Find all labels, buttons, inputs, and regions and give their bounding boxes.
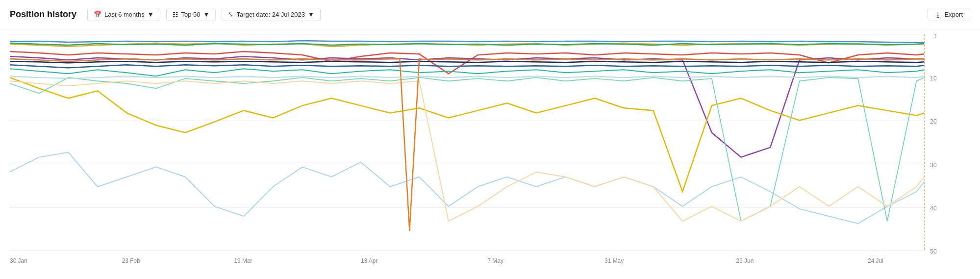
- y-label-30: 30: [930, 162, 937, 169]
- y-label-40: 40: [930, 205, 937, 212]
- calendar-icon: 📅: [94, 11, 101, 18]
- line-light-orange: [10, 81, 924, 221]
- x-label-jan30: 30 Jan: [10, 257, 27, 264]
- line-teal: [10, 69, 924, 76]
- page-title: Position history: [10, 9, 76, 20]
- download-icon: ⭳: [935, 11, 941, 18]
- y-label-20: 20: [930, 118, 937, 125]
- x-label-feb23: 23 Feb: [122, 257, 140, 264]
- line-dark-blue: [10, 65, 924, 68]
- x-label-jun29: 29 Jun: [736, 257, 754, 264]
- position-chart: 1 10 20 30 40 50 30 Jan 23 Feb 19 Mar 13…: [10, 34, 955, 275]
- line-light-teal: [10, 77, 924, 221]
- top-label: Top 50: [181, 11, 201, 18]
- target-date-button[interactable]: ⤥ Target date: 24 Jul 2023 ▼: [222, 8, 320, 21]
- y-label-1: 1: [933, 34, 937, 40]
- y-label-10: 10: [930, 75, 937, 82]
- position-history-widget: Position history 📅 Last 6 months ▼ ☷ Top…: [0, 0, 980, 279]
- chart-line-icon: ⤥: [228, 11, 233, 18]
- period-filter-button[interactable]: 📅 Last 6 months ▼: [87, 8, 160, 21]
- chart-container: 1 10 20 30 40 50 30 Jan 23 Feb 19 Mar 13…: [0, 29, 980, 279]
- x-label-apr13: 13 Apr: [361, 257, 377, 264]
- chevron-down-icon: ▼: [148, 11, 154, 18]
- y-label-50: 50: [930, 248, 937, 255]
- x-label-may31: 31 May: [604, 257, 624, 264]
- chevron-down-icon: ▼: [308, 11, 314, 18]
- x-label-jul24: 24 Jul: [868, 257, 883, 264]
- x-label-may7: 7 May: [487, 257, 503, 264]
- x-label-mar19: 19 Mar: [234, 257, 252, 264]
- line-light-blue: [10, 152, 924, 224]
- toolbar: Position history 📅 Last 6 months ▼ ☷ Top…: [0, 0, 980, 29]
- list-icon: ☷: [173, 11, 178, 18]
- export-label: Export: [944, 11, 963, 18]
- chevron-down-icon: ▼: [203, 11, 210, 18]
- line-blue: [10, 41, 924, 43]
- period-label: Last 6 months: [104, 11, 145, 18]
- top-filter-button[interactable]: ☷ Top 50 ▼: [166, 8, 216, 21]
- line-dark-orange: [10, 59, 924, 231]
- target-date-label: Target date: 24 Jul 2023: [236, 11, 305, 18]
- line-navy: [10, 61, 924, 63]
- export-button[interactable]: ⭳ Export: [928, 8, 970, 21]
